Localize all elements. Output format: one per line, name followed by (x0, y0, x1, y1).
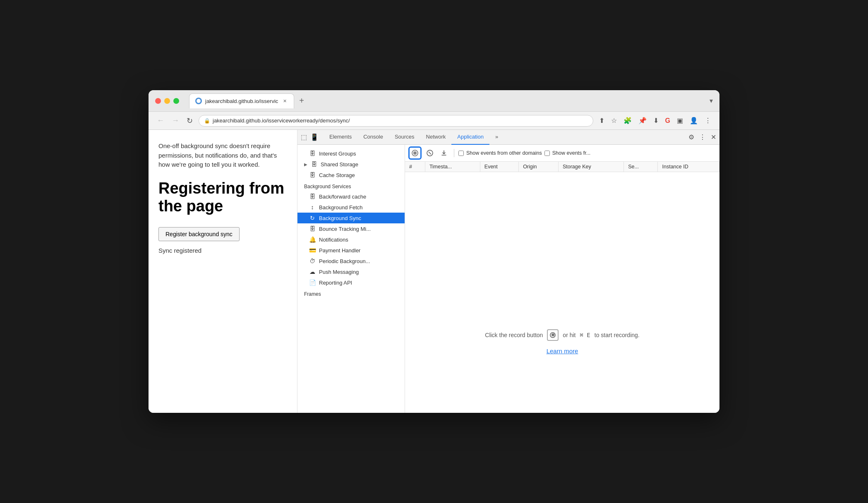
sidebar-item-interest-groups[interactable]: 🗄 Interest Groups (297, 148, 405, 159)
browser-window: jakearchibald.github.io/isservic ✕ + ▾ ←… (149, 90, 719, 413)
devtools-icons: ⚙ ⋮ ✕ (688, 133, 716, 141)
sidebar-item-label: Notifications (319, 237, 348, 243)
tab-close-btn[interactable]: ✕ (281, 98, 288, 104)
devtools-tab-bar: ⬚ 📱 Elements Console Sources Network App… (297, 130, 719, 145)
show-other-domains-checkbox[interactable] (458, 151, 464, 156)
minimize-traffic-light[interactable] (164, 98, 170, 104)
record-hint-text-before: Click the record button (485, 332, 543, 338)
new-tab-btn[interactable]: + (296, 96, 307, 105)
reporting-api-icon: 📄 (309, 279, 316, 286)
nav-bar: ← → ↻ 🔒 jakearchibald.github.io/isservic… (149, 112, 719, 130)
inspect-element-icon[interactable]: ⬚ (301, 133, 307, 141)
record-button-inner (412, 150, 418, 156)
expand-arrow-icon: ▶ (304, 162, 307, 167)
col-timestamp: Timesta... (425, 162, 480, 172)
tab-console[interactable]: Console (357, 130, 389, 145)
interest-groups-icon: 🗄 (309, 150, 316, 157)
col-storage-key: Storage Key (558, 162, 623, 172)
show-events-fr-label: Show events fr... (552, 150, 590, 156)
sidebar-item-label: Cache Storage (319, 172, 355, 178)
show-other-domains-label: Show events from other domains (466, 150, 542, 156)
devtools-panel: ⬚ 📱 Elements Console Sources Network App… (297, 130, 719, 413)
keyboard-shortcut: ⌘ E (580, 332, 590, 338)
sidebar-item-periodic-bg[interactable]: ⏱ Periodic Backgroun... (297, 256, 405, 266)
sidebar-item-shared-storage[interactable]: ▶ 🗄 Shared Storage (297, 159, 405, 170)
record-hint-text-or: or hit (563, 332, 575, 338)
tab-more[interactable]: » (489, 130, 504, 145)
hint-record-button (547, 329, 559, 341)
tab-application[interactable]: Application (451, 130, 489, 145)
sidebar-item-reporting-api[interactable]: 📄 Reporting API (297, 277, 405, 288)
forward-btn[interactable]: → (170, 115, 181, 127)
main-content: One-off background sync doesn't require … (149, 130, 719, 413)
background-sync-icon: ↻ (309, 215, 316, 221)
record-button[interactable] (408, 146, 422, 160)
maximize-traffic-light[interactable] (173, 98, 179, 104)
download-nav-icon[interactable]: ⬇ (652, 115, 660, 126)
tab-sources[interactable]: Sources (389, 130, 420, 145)
sidebar-item-notifications[interactable]: 🔔 Notifications (297, 234, 405, 245)
extension-icon[interactable]: 🧩 (622, 115, 633, 126)
svg-line-2 (429, 152, 431, 154)
tab-dropdown-btn[interactable]: ▾ (710, 97, 713, 105)
show-events-fr-checkbox-group: Show events fr... (544, 150, 590, 156)
periodic-bg-icon: ⏱ (309, 258, 316, 264)
settings-icon[interactable]: ⚙ (688, 133, 694, 141)
nav-icons: ⬆ ☆ 🧩 📌 ⬇ G ▣ 👤 ⋮ (597, 115, 713, 126)
bg-services-section-title: Background Services (297, 180, 405, 191)
close-traffic-light[interactable] (155, 98, 161, 104)
webpage-heading: Registering from the page (158, 180, 287, 216)
bg-sync-table: # Timesta... Event Origin Storage Key Se… (405, 162, 719, 271)
sidebar-item-cache-storage[interactable]: 🗄 Cache Storage (297, 170, 405, 180)
devtools-more-icon[interactable]: ⋮ (699, 133, 706, 141)
sidebar-item-backforward-cache[interactable]: 🗄 Back/forward cache (297, 191, 405, 202)
bookmark-icon[interactable]: ☆ (609, 115, 619, 126)
sync-registered-text: Sync registered (158, 247, 287, 254)
pin-icon[interactable]: 📌 (637, 115, 648, 126)
layout-icon[interactable]: ▣ (675, 115, 685, 126)
register-background-sync-btn[interactable]: Register background sync (158, 227, 240, 241)
devtools-sidebar: 🗄 Interest Groups ▶ 🗄 Shared Storage 🗄 C… (297, 145, 405, 413)
shared-storage-icon: 🗄 (311, 161, 317, 168)
address-bar[interactable]: 🔒 jakearchibald.github.io/isserviceworke… (199, 115, 593, 127)
title-bar: jakearchibald.github.io/isservic ✕ + ▾ (149, 90, 719, 112)
sidebar-item-label: Periodic Backgroun... (319, 258, 370, 264)
learn-more-link[interactable]: Learn more (547, 347, 578, 354)
sidebar-item-background-fetch[interactable]: ↕ Background Fetch (297, 202, 405, 213)
push-messaging-icon: ☁ (309, 268, 316, 275)
toolbar-separator (454, 149, 454, 157)
active-tab[interactable]: jakearchibald.github.io/isservic ✕ (189, 93, 294, 108)
sidebar-item-payment-handler[interactable]: 💳 Payment Handler (297, 245, 405, 256)
sidebar-item-bounce-tracking[interactable]: 🗄 Bounce Tracking Mi... (297, 223, 405, 234)
lock-icon: 🔒 (204, 118, 210, 124)
record-hint-text-end: to start recording. (595, 332, 640, 338)
backforward-cache-icon: 🗄 (309, 193, 316, 200)
share-icon[interactable]: ⬆ (597, 115, 606, 126)
frames-section-title: Frames (297, 288, 405, 299)
sidebar-item-label: Bounce Tracking Mi... (319, 226, 371, 232)
tab-network[interactable]: Network (420, 130, 452, 145)
sidebar-item-push-messaging[interactable]: ☁ Push Messaging (297, 266, 405, 277)
col-origin: Origin (519, 162, 559, 172)
data-table: # Timesta... Event Origin Storage Key Se… (405, 162, 719, 172)
clear-button[interactable] (424, 147, 436, 159)
panel-toolbar: Show events from other domains Show even… (405, 145, 719, 162)
record-button-dot (413, 151, 417, 155)
google-icon[interactable]: G (664, 115, 672, 126)
background-fetch-icon: ↕ (309, 204, 316, 211)
sidebar-item-label: Shared Storage (321, 161, 358, 168)
svg-point-0 (197, 99, 201, 103)
more-icon[interactable]: ⋮ (703, 115, 713, 126)
reload-btn[interactable]: ↻ (185, 115, 194, 127)
download-button[interactable] (438, 147, 450, 159)
col-instance-id: Instance ID (658, 162, 719, 172)
account-icon[interactable]: 👤 (688, 115, 700, 126)
devtools-close-icon[interactable]: ✕ (711, 133, 716, 141)
tab-elements[interactable]: Elements (324, 130, 357, 145)
webpage-panel: One-off background sync doesn't require … (149, 130, 297, 413)
back-btn[interactable]: ← (155, 115, 166, 127)
device-toolbar-icon[interactable]: 📱 (310, 133, 319, 141)
sidebar-item-background-sync[interactable]: ↻ Background Sync (297, 213, 405, 223)
col-hash: # (405, 162, 425, 172)
show-events-fr-checkbox[interactable] (544, 151, 550, 156)
